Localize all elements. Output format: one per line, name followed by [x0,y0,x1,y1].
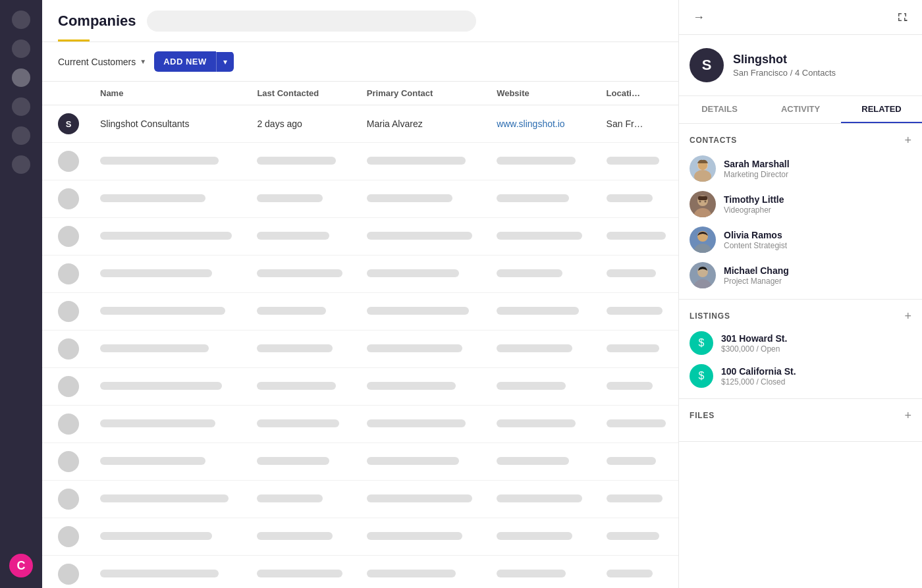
skeleton-avatar-7 [58,414,79,435]
skeleton-location-1 [596,180,678,218]
skeleton-name-10 [90,518,246,556]
row-avatar-cell: S [42,105,90,143]
table-row-skeleton-8[interactable] [42,443,678,481]
panel-back-icon[interactable]: → [690,8,708,26]
files-add-icon[interactable]: + [904,410,911,421]
skeleton-avatar-1 [58,188,79,209]
skeleton-avatar-cell-7 [42,406,90,443]
skeleton-contact-1 [356,180,486,218]
skeleton-contact-7 [356,406,486,443]
listing-item-100[interactable]: $ 100 California St. $125,000 / Closed [690,364,911,388]
skeleton-contact-2 [356,218,486,255]
skeleton-contact-11 [356,556,486,589]
skeleton-contacted-6 [246,368,356,406]
table-row-skeleton-5[interactable] [42,331,678,368]
table-row-skeleton-9[interactable] [42,481,678,518]
website-link[interactable]: www.slingshot.io [497,119,565,129]
listings-section-header: LISTINGS + [690,310,911,322]
sidebar-item-1[interactable] [12,11,30,29]
add-new-dropdown-button[interactable]: ▾ [216,52,234,72]
skeleton-name-3 [90,255,246,293]
sidebar-item-4[interactable] [12,97,30,116]
skeleton-avatar-cell-10 [42,518,90,556]
contact-name-sarah: Sarah Marshall [724,159,790,169]
table-row-skeleton-6[interactable] [42,368,678,406]
company-details: Slingshot San Francisco / 4 Contacts [733,53,836,78]
skeleton-avatar-cell-9 [42,481,90,518]
tab-related[interactable]: RELATED [841,96,922,123]
table-row-skeleton-0[interactable] [42,143,678,180]
skeleton-contacted-7 [246,406,356,443]
skeleton-website-6 [486,368,595,406]
contact-avatar-olivia [690,227,716,253]
brand-logo[interactable]: C [9,554,33,577]
table-row-slingshot[interactable]: S Slingshot Consultants 2 days ago Maria… [42,105,678,143]
add-new-main-button[interactable]: ADD NEW [154,51,216,72]
col-last-contacted: Last Contacted [246,82,356,105]
chevron-down-icon: ▼ [140,58,146,65]
table-row-skeleton-4[interactable] [42,293,678,331]
listings-add-icon[interactable]: + [904,310,911,322]
sidebar-item-5[interactable] [12,126,30,145]
skeleton-location-2 [596,218,678,255]
skeleton-contacted-8 [246,443,356,481]
skeleton-website-10 [486,518,595,556]
contact-item-sarah[interactable]: Sarah Marshall Marketing Director [690,155,911,182]
skeleton-avatar-cell-2 [42,218,90,255]
skeleton-avatar-cell-3 [42,255,90,293]
sidebar-item-6[interactable] [12,155,30,174]
sidebar-item-2[interactable] [12,40,30,58]
tab-activity[interactable]: ACTIVITY [760,96,841,123]
listing-details-1: 301 Howard St. $300,000 / Open [721,333,787,354]
skeleton-avatar-3 [58,263,79,284]
skeleton-avatar-cell-6 [42,368,90,406]
skeleton-contacted-3 [246,255,356,293]
contact-item-timothy[interactable]: Timothy Little Videographer [690,191,911,217]
add-new-button-group[interactable]: ADD NEW ▾ [154,51,234,72]
companies-table-wrapper: Name Last Contacted Primary Contact Webs… [42,82,678,588]
skeleton-website-4 [486,293,595,331]
contact-item-michael[interactable]: Michael Chang Project Manager [690,262,911,288]
sidebar: C [0,0,42,588]
skeleton-name-2 [90,218,246,255]
col-primary-contact: Primary Contact [356,82,486,105]
skeleton-location-9 [596,481,678,518]
svg-point-3 [693,208,712,217]
tab-details[interactable]: DETAILS [679,96,760,123]
listings-section: LISTINGS + $ 301 Howard St. $300,000 / O… [679,300,922,399]
panel-expand-icon[interactable] [893,8,911,26]
skeleton-avatar-cell-0 [42,143,90,180]
listing-item-301[interactable]: $ 301 Howard St. $300,000 / Open [690,331,911,355]
skeleton-contact-8 [356,443,486,481]
svg-rect-5 [698,196,707,200]
contacts-add-icon[interactable]: + [904,134,911,146]
skeleton-website-11 [486,556,595,589]
filter-dropdown[interactable]: Current Customers ▼ [58,57,146,67]
panel-tabs: DETAILS ACTIVITY RELATED [679,96,922,124]
listings-section-title: LISTINGS [690,311,730,321]
table-row-skeleton-2[interactable] [42,218,678,255]
svg-point-6 [699,201,701,203]
contact-item-olivia[interactable]: Olivia Ramos Content Strategist [690,227,911,253]
contact-role-sarah: Marketing Director [724,170,790,179]
files-section-header: FILES + [690,410,911,421]
sidebar-item-3[interactable] [12,68,30,87]
panel-company-info: S Slingshot San Francisco / 4 Contacts [679,35,922,96]
table-row-skeleton-7[interactable] [42,406,678,443]
skeleton-name-1 [90,180,246,218]
table-row-skeleton-3[interactable] [42,255,678,293]
svg-point-1 [694,170,711,182]
contact-role-timothy: Videographer [724,205,784,215]
table-header-row: Name Last Contacted Primary Contact Webs… [42,82,678,105]
skeleton-website-8 [486,443,595,481]
row-website[interactable]: www.slingshot.io [486,105,595,143]
contact-info-timothy: Timothy Little Videographer [724,194,784,215]
row-last-contacted: 2 days ago [246,105,356,143]
files-section-title: FILES [690,411,715,420]
search-bar[interactable] [147,11,476,32]
skeleton-name-7 [90,406,246,443]
table-row-skeleton-10[interactable] [42,518,678,556]
table-row-skeleton-11[interactable] [42,556,678,589]
contact-info-olivia: Olivia Ramos Content Strategist [724,230,787,250]
table-row-skeleton-1[interactable] [42,180,678,218]
